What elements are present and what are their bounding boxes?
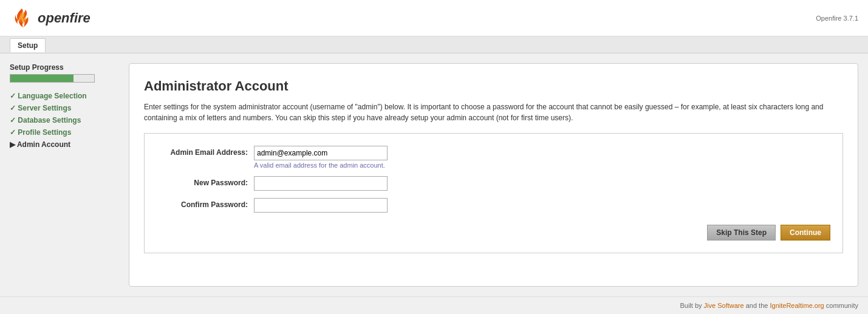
sidebar-item-profile[interactable]: Profile Settings <box>10 126 119 138</box>
new-password-input[interactable] <box>254 176 388 191</box>
navbar: Setup <box>0 36 868 53</box>
main-layout: Setup Progress Language Selection Server… <box>0 53 868 296</box>
setup-tab[interactable]: Setup <box>10 38 46 52</box>
progress-label: Setup Progress <box>10 63 119 72</box>
progress-bar-empty <box>73 75 95 82</box>
email-hint: A valid email address for the admin acco… <box>254 162 388 169</box>
footer-link-jive[interactable]: Jive Software <box>704 302 744 309</box>
footer-link-ignite[interactable]: IgniteRealtime.org <box>770 302 824 309</box>
openfire-logo-icon <box>10 6 34 30</box>
confirm-password-input[interactable] <box>254 198 388 213</box>
confirm-password-row: Confirm Password: <box>157 198 830 213</box>
email-input[interactable] <box>254 146 388 160</box>
confirm-password-label: Confirm Password: <box>157 198 254 209</box>
email-field-col: A valid email address for the admin acco… <box>254 146 388 169</box>
sidebar-item-language[interactable]: Language Selection <box>10 90 119 102</box>
footer-suffix: community <box>824 302 858 309</box>
new-password-label: New Password: <box>157 176 254 187</box>
sidebar: Setup Progress Language Selection Server… <box>10 63 119 287</box>
footer: Built by Jive Software and the IgniteRea… <box>0 296 868 314</box>
new-password-row: New Password: <box>157 176 830 191</box>
sidebar-link-language[interactable]: Language Selection <box>10 92 87 100</box>
sidebar-item-database[interactable]: Database Settings <box>10 114 119 126</box>
sidebar-link-server[interactable]: Server Settings <box>10 104 71 112</box>
progress-section: Setup Progress <box>10 63 119 83</box>
content-area: Administrator Account Enter settings for… <box>129 63 858 287</box>
buttons-row: Skip This Step Continue <box>157 225 830 241</box>
sidebar-label-admin: Admin Account <box>10 140 70 149</box>
new-password-field-col <box>254 176 388 191</box>
logo-area: openfire <box>10 6 91 30</box>
email-label: Admin Email Address: <box>157 146 254 157</box>
version-label: Openfire 3.7.1 <box>816 15 858 22</box>
footer-and: and the <box>744 302 770 309</box>
sidebar-link-profile[interactable]: Profile Settings <box>10 128 71 137</box>
sidebar-nav: Language Selection Server Settings Datab… <box>10 90 119 151</box>
email-row: Admin Email Address: A valid email addre… <box>157 146 830 169</box>
form-box: Admin Email Address: A valid email addre… <box>144 133 843 253</box>
sidebar-item-admin: Admin Account <box>10 138 119 151</box>
header: openfire Openfire 3.7.1 <box>0 0 868 36</box>
skip-button[interactable]: Skip This Step <box>707 225 776 241</box>
app-logo-text: openfire <box>38 10 91 26</box>
progress-bar-fill <box>10 75 73 82</box>
description-text: Enter settings for the system administra… <box>144 101 843 123</box>
progress-bar <box>10 74 95 83</box>
page-title: Administrator Account <box>144 78 843 94</box>
confirm-password-field-col <box>254 198 388 213</box>
sidebar-link-database[interactable]: Database Settings <box>10 116 81 125</box>
sidebar-item-server[interactable]: Server Settings <box>10 102 119 114</box>
continue-button[interactable]: Continue <box>781 225 830 241</box>
footer-text: Built by <box>680 302 703 309</box>
